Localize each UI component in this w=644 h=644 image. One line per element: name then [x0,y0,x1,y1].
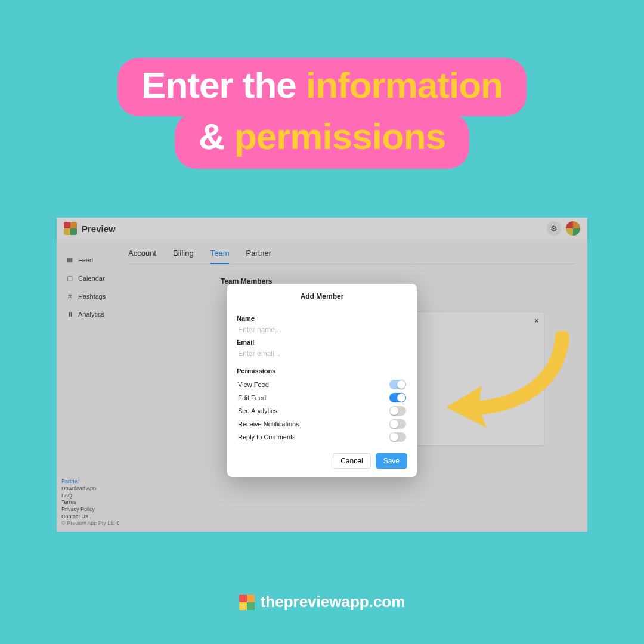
brand-logo-icon [239,595,255,610]
toggle-view-feed[interactable] [389,380,406,389]
tab-billing[interactable]: Billing [173,249,194,258]
footer-link-download[interactable]: Download App [61,485,115,493]
calendar-icon: ▢ [66,274,73,282]
app-header: Preview ⚙ [57,218,587,239]
close-icon[interactable]: × [534,316,539,326]
email-input[interactable] [237,348,407,363]
footer-link-faq[interactable]: FAQ [61,493,115,500]
perm-label: Edit Feed [238,394,266,401]
toggle-see-analytics[interactable] [389,406,406,416]
footer-link-privacy[interactable]: Privacy Policy [61,506,115,513]
cancel-button[interactable]: Cancel [333,453,370,469]
chevron-left-icon[interactable]: ‹ [116,518,119,527]
sidebar-item-hashtags[interactable]: #Hashtags [66,293,128,300]
tab-partner[interactable]: Partner [246,249,271,258]
sidebar-item-label: Calendar [78,275,105,282]
sidebar-item-calendar[interactable]: ▢Calendar [66,274,128,282]
email-label: Email [237,339,407,346]
copyright: © Preview App Pty Ltd [61,520,115,526]
name-input[interactable] [237,324,407,339]
perm-label: View Feed [238,381,269,388]
footer-link-contact[interactable]: Contact Us [61,513,115,521]
footer-link-terms[interactable]: Terms [61,499,115,506]
sidebar-item-label: Hashtags [78,293,106,300]
tab-account[interactable]: Account [128,249,156,258]
add-member-modal: Add Member Name Email Permissions View F… [227,284,417,477]
brand-url: thepreviewapp.com [261,593,405,611]
brand-footer: thepreviewapp.com [0,593,644,611]
sidebar-item-label: Feed [78,256,93,264]
perm-see-analytics: See Analytics [237,404,407,417]
permissions-label: Permissions [237,367,407,374]
perm-edit-feed: Edit Feed [237,391,407,404]
footer-links: Partner Download App FAQ Terms Privacy P… [61,478,115,527]
hash-icon: # [66,293,73,300]
chart-icon: ⏸ [66,311,73,318]
perm-label: See Analytics [238,407,277,414]
app-logo-icon [64,222,77,235]
sidebar-item-analytics[interactable]: ⏸Analytics [66,311,128,318]
grid-icon: ▦ [66,256,73,264]
tab-team[interactable]: Team [210,249,230,258]
headline: Enter the information & permissions [0,58,644,169]
app-title: Preview [82,224,116,234]
avatar[interactable] [566,221,580,236]
perm-label: Receive Notifications [238,420,299,428]
save-button[interactable]: Save [376,453,407,469]
toggle-receive-notifications[interactable] [389,419,406,429]
perm-view-feed: View Feed [237,378,407,391]
toggle-edit-feed[interactable] [389,393,406,402]
perm-label: Reply to Comments [238,434,296,441]
name-label: Name [237,315,407,322]
gear-icon[interactable]: ⚙ [547,221,561,236]
modal-title: Add Member [237,292,407,301]
perm-reply-comments: Reply to Comments [237,431,407,444]
sidebar-item-label: Analytics [78,311,104,318]
tabs: Account Billing Team Partner [128,249,575,264]
arrow-annotation-icon [440,331,571,444]
footer-link-partner[interactable]: Partner [61,478,115,485]
perm-receive-notifications: Receive Notifications [237,417,407,431]
sidebar-item-feed[interactable]: ▦Feed [66,256,128,264]
toggle-reply-comments[interactable] [389,432,406,442]
